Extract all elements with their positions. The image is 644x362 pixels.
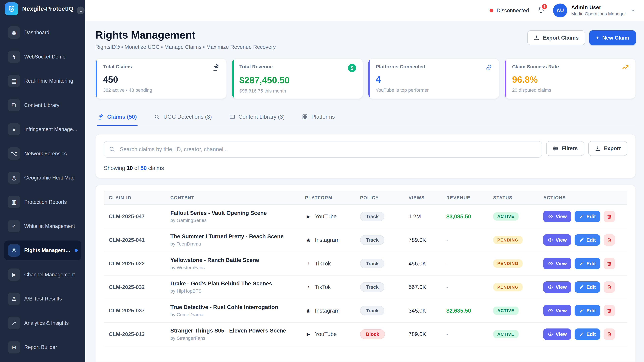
content-title: True Detective - Rust Cohle Interrogatio… xyxy=(170,304,295,310)
stat-label: Claim Success Rate xyxy=(512,64,559,69)
status-badge: ACTIVE xyxy=(493,307,518,315)
claims-table-panel: Claim ID Content Platform Policy Views R… xyxy=(95,185,636,362)
card-accent xyxy=(368,59,370,98)
col-actions: Actions xyxy=(538,191,627,205)
sidebar-item-channel-management[interactable]: ▶Channel Management xyxy=(4,265,81,285)
dashboard-icon: ▦ xyxy=(8,26,20,38)
tab-content-library[interactable]: Content Library (3) xyxy=(228,109,286,126)
sidebar-item-geographic-heat-map[interactable]: ◎Geographic Heat Map xyxy=(4,168,81,188)
brand-area: Nexgile-ProtectIQ « xyxy=(0,0,85,18)
tab-label: Claims (50) xyxy=(107,114,137,120)
filters-button[interactable]: Filters xyxy=(546,141,584,156)
sidebar-item-label: Content Library xyxy=(24,102,59,108)
connection-status: Disconnected xyxy=(490,7,529,13)
stat-card-total-claims: Total Claims 450 382 active • 48 pending xyxy=(95,58,227,99)
claim-id: CLM-2025-041 xyxy=(104,228,165,252)
table-row: CLM-2025-041 The Summer I Turned Pretty … xyxy=(104,228,627,252)
edit-button[interactable]: Edit xyxy=(574,211,600,222)
sidebar-item-network-forensics[interactable]: ⌥Network Forensics xyxy=(4,144,81,163)
sidebar-collapse-button[interactable]: « xyxy=(77,6,85,14)
new-claim-button[interactable]: + New Claim xyxy=(589,30,636,45)
tab-ugc-detections[interactable]: UGC Detections (3) xyxy=(153,109,212,126)
sidebar-nav: ▦Dashboard ϟWebSocket Demo ▤Real-Time Mo… xyxy=(0,18,85,362)
stat-cards: Total Claims 450 382 active • 48 pending… xyxy=(95,58,636,99)
download-icon xyxy=(534,35,539,40)
sidebar-item-infringement-management[interactable]: ▲Infringement Manage... xyxy=(4,119,81,139)
flask-icon: Δ xyxy=(8,293,20,305)
edit-button[interactable]: Edit xyxy=(574,234,600,246)
view-button[interactable]: View xyxy=(543,305,571,317)
trash-icon xyxy=(606,308,612,313)
edit-button[interactable]: Edit xyxy=(574,281,600,293)
tab-claims[interactable]: Claims (50) xyxy=(97,109,138,126)
tab-platforms[interactable]: Platforms xyxy=(301,109,336,126)
tab-label: UGC Detections (3) xyxy=(164,114,212,120)
notification-count-badge: 6 xyxy=(541,3,548,10)
page-title: Rights Management xyxy=(95,29,276,41)
search-input[interactable] xyxy=(104,141,542,158)
delete-button[interactable] xyxy=(604,329,615,340)
col-views: Views xyxy=(404,191,442,205)
view-button[interactable]: View xyxy=(543,211,571,222)
total-count: 50 xyxy=(140,165,147,171)
delete-button[interactable] xyxy=(604,234,615,246)
stat-sub: YouTube is top performer xyxy=(376,87,492,93)
col-content: Content xyxy=(165,191,300,205)
trash-icon xyxy=(606,237,612,243)
revenue-value: - xyxy=(446,284,448,290)
eye-icon xyxy=(548,308,553,313)
new-claim-label: New Claim xyxy=(602,35,629,41)
sidebar-item-report-builder[interactable]: ⊞Report Builder xyxy=(4,337,81,357)
claim-id: CLM-2025-022 xyxy=(104,252,165,275)
content-title: Drake - God's Plan Behind The Scenes xyxy=(170,280,295,287)
sidebar-item-protection-reports[interactable]: ▥Protection Reports xyxy=(4,192,81,212)
platform-name: Instagram xyxy=(315,237,340,243)
lightning-icon: ϟ xyxy=(8,51,20,63)
content-creator: by GamingSeries xyxy=(170,218,295,223)
library-icon: ⧉ xyxy=(8,99,20,111)
pencil-icon xyxy=(579,308,584,313)
stat-value: 4 xyxy=(376,74,492,85)
sidebar-item-content-library[interactable]: ⧉Content Library xyxy=(4,95,81,115)
user-role: Media Operations Manager xyxy=(571,11,626,16)
export-button[interactable]: Export xyxy=(588,141,627,156)
connection-status-label: Disconnected xyxy=(496,7,529,13)
view-button[interactable]: View xyxy=(543,258,571,269)
link-icon xyxy=(485,64,492,71)
delete-button[interactable] xyxy=(604,211,615,222)
status-badge: PENDING xyxy=(493,259,522,268)
sidebar-item-whitelist-management[interactable]: ✓Whitelist Management xyxy=(4,216,81,236)
sidebar-item-realtime-monitoring[interactable]: ▤Real-Time Monitoring xyxy=(4,71,81,91)
gavel-icon xyxy=(212,64,220,71)
view-button[interactable]: View xyxy=(543,281,571,293)
content-title: Stranger Things S05 - Eleven Powers Scen… xyxy=(170,328,295,334)
edit-button[interactable]: Edit xyxy=(574,305,600,317)
download-icon xyxy=(595,146,600,151)
export-claims-button[interactable]: Export Claims xyxy=(527,30,585,45)
sidebar-item-dashboard[interactable]: ▦Dashboard xyxy=(4,23,81,42)
sidebar-item-analytics-insights[interactable]: ↗Analytics & Insights xyxy=(4,313,81,333)
user-menu[interactable]: AU Admin User Media Operations Manager xyxy=(553,3,636,17)
table-row: CLM-2025-022 Yellowstone - Ranch Battle … xyxy=(104,252,627,275)
delete-button[interactable] xyxy=(604,305,615,317)
platform-icon: ♪ xyxy=(305,285,312,290)
sidebar-item-websocket-demo[interactable]: ϟWebSocket Demo xyxy=(4,47,81,66)
view-button[interactable]: View xyxy=(543,234,571,246)
delete-button[interactable] xyxy=(604,258,615,269)
edit-button[interactable]: Edit xyxy=(574,329,600,340)
delete-button[interactable] xyxy=(604,281,615,293)
tab-label: Content Library (3) xyxy=(238,114,285,120)
card-accent xyxy=(505,59,506,98)
sidebar-item-rights-management[interactable]: ®Rights Manageme... xyxy=(4,241,81,260)
policy-badge: Block xyxy=(360,329,385,339)
disconnected-dot-icon xyxy=(490,9,493,12)
sidebar-item-label: A/B Test Results xyxy=(24,296,62,302)
plus-icon: + xyxy=(596,35,599,41)
sidebar-item-label: Whitelist Management xyxy=(24,223,75,229)
status-badge: ACTIVE xyxy=(493,330,518,338)
brand-name: Nexgile-ProtectIQ xyxy=(22,5,74,12)
edit-button[interactable]: Edit xyxy=(574,258,600,269)
notifications-button[interactable]: 6 xyxy=(537,6,545,15)
sidebar-item-ab-test-results[interactable]: ΔA/B Test Results xyxy=(4,289,81,309)
view-button[interactable]: View xyxy=(543,329,571,340)
